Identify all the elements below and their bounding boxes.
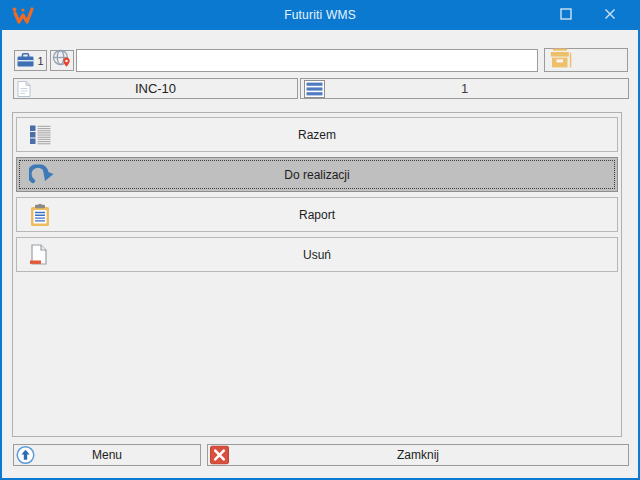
usun-label: Usuń bbox=[17, 238, 617, 271]
globe-pin-icon bbox=[52, 49, 72, 72]
document-code-value: INC-10 bbox=[14, 79, 297, 98]
maximize-button[interactable] bbox=[548, 0, 584, 30]
maximize-icon bbox=[560, 6, 572, 24]
zamknij-label: Zamknij bbox=[208, 445, 628, 465]
app-window: Futuriti WMS 1 bbox=[0, 0, 640, 480]
titlebar: Futuriti WMS bbox=[0, 0, 640, 30]
document-code-field[interactable]: INC-10 bbox=[13, 78, 298, 99]
raport-label: Raport bbox=[17, 198, 617, 231]
usun-button[interactable]: Usuń bbox=[16, 237, 618, 272]
close-icon bbox=[604, 6, 616, 24]
briefcase-icon bbox=[17, 53, 34, 69]
razem-label: Razem bbox=[17, 118, 617, 151]
workspace-button[interactable]: 1 bbox=[14, 50, 47, 71]
line-count-value: 1 bbox=[301, 79, 628, 98]
do-realizacji-button[interactable]: Do realizacji bbox=[16, 157, 618, 192]
archive-box-icon bbox=[550, 48, 574, 72]
actions-panel: Razem Do realizacji bbox=[12, 112, 622, 437]
close-button[interactable] bbox=[592, 0, 628, 30]
menu-label: Menu bbox=[14, 445, 200, 465]
menu-button[interactable]: Menu bbox=[13, 444, 201, 466]
workspace-count: 1 bbox=[37, 55, 43, 67]
search-input[interactable] bbox=[76, 49, 538, 72]
razem-button[interactable]: Razem bbox=[16, 117, 618, 152]
raport-button[interactable]: Raport bbox=[16, 197, 618, 232]
zamknij-button[interactable]: Zamknij bbox=[207, 444, 629, 466]
window-title: Futuriti WMS bbox=[0, 0, 640, 30]
do-realizacji-label: Do realizacji bbox=[17, 158, 617, 191]
archive-button[interactable] bbox=[544, 48, 628, 72]
location-button[interactable] bbox=[50, 50, 74, 71]
line-count-field[interactable]: 1 bbox=[300, 78, 629, 99]
